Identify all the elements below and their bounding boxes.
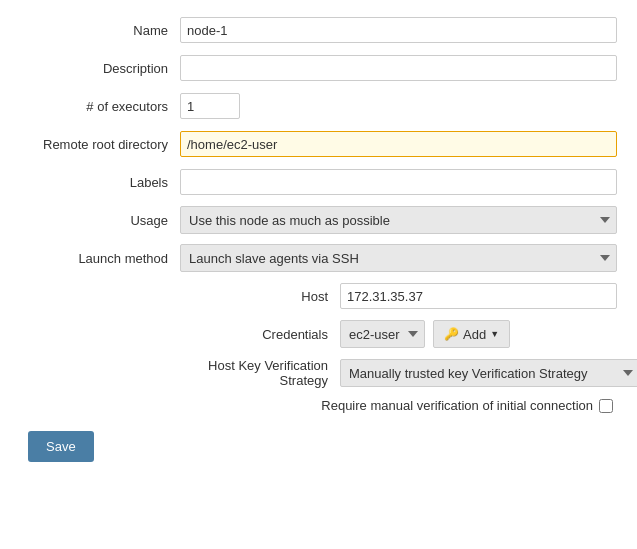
credentials-label: Credentials bbox=[180, 327, 340, 342]
require-checkbox[interactable] bbox=[599, 399, 613, 413]
add-button-label: Add bbox=[463, 327, 486, 342]
launch-method-row: Launch method Launch slave agents via SS… bbox=[20, 244, 617, 272]
description-label: Description bbox=[20, 61, 180, 76]
usage-select[interactable]: Use this node as much as possible Only b… bbox=[180, 206, 617, 234]
launch-method-select[interactable]: Launch slave agents via SSH Launch agent… bbox=[180, 244, 617, 272]
credentials-inputs: ec2-user 🔑 Add ▼ bbox=[340, 320, 617, 348]
usage-select-wrapper: Use this node as much as possible Only b… bbox=[180, 206, 617, 234]
save-button[interactable]: Save bbox=[28, 431, 94, 462]
credentials-control: ec2-user 🔑 Add ▼ bbox=[340, 320, 617, 348]
host-key-select-wrapper: Manually trusted key Verification Strate… bbox=[340, 359, 637, 387]
description-row: Description bbox=[20, 54, 617, 82]
name-label: Name bbox=[20, 23, 180, 38]
executors-field-wrapper bbox=[180, 93, 617, 119]
credentials-row: Credentials ec2-user 🔑 Add ▼ bbox=[180, 320, 617, 348]
key-icon: 🔑 bbox=[444, 327, 459, 341]
executors-row: # of executors bbox=[20, 92, 617, 120]
remote-root-row: Remote root directory bbox=[20, 130, 617, 158]
description-input[interactable] bbox=[180, 55, 617, 81]
usage-row: Usage Use this node as much as possible … bbox=[20, 206, 617, 234]
remote-root-label: Remote root directory bbox=[20, 137, 180, 152]
launch-method-select-wrapper: Launch slave agents via SSH Launch agent… bbox=[180, 244, 617, 272]
ssh-sub-form: Host Credentials ec2-user 🔑 Add ▼ bbox=[180, 282, 617, 413]
host-row: Host bbox=[180, 282, 617, 310]
host-input[interactable] bbox=[340, 283, 617, 309]
labels-label: Labels bbox=[20, 175, 180, 190]
require-row: Require manual verification of initial c… bbox=[180, 398, 617, 413]
name-input[interactable] bbox=[180, 17, 617, 43]
labels-row: Labels bbox=[20, 168, 617, 196]
usage-label: Usage bbox=[20, 213, 180, 228]
executors-label: # of executors bbox=[20, 99, 180, 114]
launch-method-label: Launch method bbox=[20, 251, 180, 266]
name-row: Name bbox=[20, 16, 617, 44]
host-key-label: Host Key Verification Strategy bbox=[180, 358, 340, 388]
add-credentials-button[interactable]: 🔑 Add ▼ bbox=[433, 320, 510, 348]
credentials-select[interactable]: ec2-user bbox=[340, 320, 425, 348]
labels-field-wrapper bbox=[180, 169, 617, 195]
host-key-select[interactable]: Manually trusted key Verification Strate… bbox=[340, 359, 637, 387]
description-field-wrapper bbox=[180, 55, 617, 81]
require-label: Require manual verification of initial c… bbox=[321, 398, 593, 413]
host-label: Host bbox=[180, 289, 340, 304]
executors-input[interactable] bbox=[180, 93, 240, 119]
name-field-wrapper bbox=[180, 17, 617, 43]
host-key-row: Host Key Verification Strategy Manually … bbox=[180, 358, 617, 388]
save-row: Save bbox=[20, 425, 617, 462]
labels-input[interactable] bbox=[180, 169, 617, 195]
add-dropdown-arrow-icon: ▼ bbox=[490, 329, 499, 339]
host-field-wrapper bbox=[340, 283, 617, 309]
remote-root-field-wrapper bbox=[180, 131, 617, 157]
remote-root-input[interactable] bbox=[180, 131, 617, 157]
